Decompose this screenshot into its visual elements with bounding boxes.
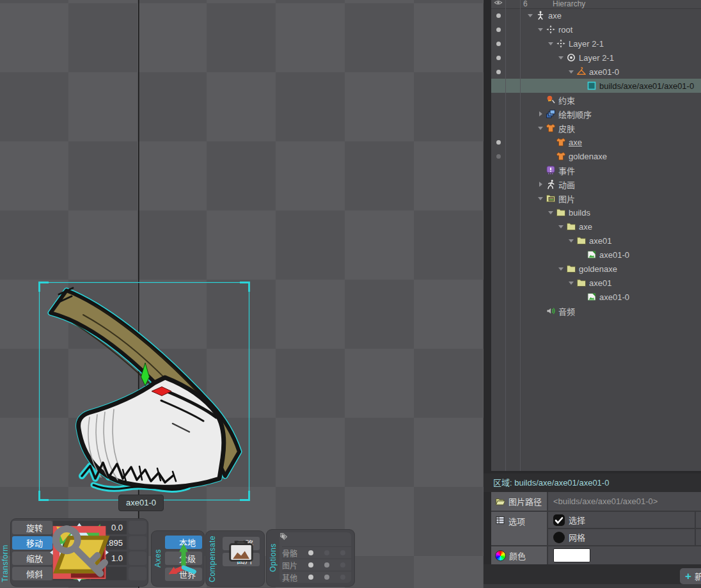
hierarchy-row[interactable]: builds [491, 205, 701, 219]
hierarchy-row[interactable]: 约束 [491, 93, 701, 107]
folder-icon [566, 264, 576, 274]
options-tab-label[interactable]: Options [269, 532, 278, 584]
arrow-spacer [537, 96, 544, 104]
hierarchy-row[interactable]: 皮肤 [491, 121, 701, 135]
color-swatch[interactable] [553, 548, 590, 562]
hierarchy-row[interactable]: Layer 2-1 [491, 36, 701, 51]
placeholder-icon [576, 67, 587, 77]
hierarchy-row[interactable]: Layer 2-1 [491, 51, 701, 65]
checkbox-checked[interactable] [553, 514, 565, 526]
option-toggle[interactable] [303, 562, 319, 568]
expand-arrow[interactable] [557, 54, 565, 61]
option-dot-mid[interactable] [324, 575, 329, 580]
expand-arrow[interactable] [537, 26, 544, 33]
expand-arrow[interactable] [567, 279, 575, 287]
visibility-cell[interactable] [491, 28, 505, 32]
option-dot-on[interactable] [308, 562, 313, 568]
hierarchy-row[interactable]: axe [491, 219, 701, 234]
option-dot-off[interactable] [340, 562, 345, 568]
keyframe-button[interactable] [129, 567, 146, 580]
hierarchy-row[interactable]: 图片 [491, 191, 701, 205]
hierarchy-row[interactable]: axe01-0 [491, 290, 701, 304]
option-toggle[interactable] [319, 550, 335, 555]
hierarchy-count: 6 [523, 0, 528, 8]
expand-arrow[interactable] [567, 68, 575, 75]
axe-sprite[interactable] [51, 288, 239, 489]
expand-arrow[interactable] [557, 265, 565, 273]
expand-arrow[interactable] [526, 12, 534, 19]
hierarchy-row[interactable]: 动画 [491, 177, 701, 191]
checkbox-unchecked[interactable] [553, 532, 565, 543]
bottom-strip [484, 584, 701, 588]
visibility-dot[interactable] [496, 28, 501, 32]
hierarchy-row[interactable]: axe01-0 [491, 65, 701, 79]
option-dot-on[interactable] [308, 575, 313, 580]
expand-arrow[interactable] [567, 237, 575, 244]
hierarchy-row[interactable]: goldenaxe [491, 262, 701, 276]
expand-arrow[interactable] [537, 180, 544, 188]
hierarchy-row[interactable]: axe01-0 [491, 248, 701, 262]
tree-cell: axe [520, 10, 701, 20]
option-toggle[interactable] [335, 550, 350, 555]
axes-tab-label[interactable]: Axes [154, 534, 162, 584]
hierarchy-row[interactable]: axe01 [491, 276, 701, 290]
visibility-dot[interactable] [496, 140, 501, 145]
editor-root: axe01-0 Transform 旋转0.0移动4.567.895缩放1.01… [0, 0, 701, 588]
option-toggle[interactable] [319, 575, 335, 580]
option-toggle[interactable] [335, 562, 350, 568]
expand-arrow[interactable] [537, 110, 544, 118]
hierarchy-row[interactable]: axe [491, 8, 701, 22]
tree-cell: Layer 2-1 [520, 52, 701, 63]
visibility-cell[interactable] [491, 56, 505, 60]
hierarchy-row[interactable]: 事件 [491, 163, 701, 177]
eye-icon[interactable] [494, 0, 503, 7]
checkbox-label: 选择 [569, 514, 585, 526]
visibility-cell[interactable] [491, 154, 505, 159]
visibility-cell[interactable] [491, 70, 505, 74]
option-dot-off[interactable] [340, 575, 345, 580]
option-dot-mid[interactable] [324, 562, 329, 568]
visibility-cell[interactable] [491, 42, 505, 46]
transform-tab-label[interactable]: Transform [1, 539, 10, 588]
arrow-spacer [578, 82, 585, 90]
visibility-cell[interactable] [491, 13, 505, 18]
visibility-dot[interactable] [496, 56, 501, 60]
hierarchy-row[interactable]: axe01 [491, 234, 701, 248]
chevron-right-icon [539, 182, 542, 187]
tree-cell: goldenaxe [520, 151, 701, 161]
visibility-dot[interactable] [496, 70, 501, 74]
chevron-down-icon [569, 239, 574, 242]
hierarchy-row[interactable]: 音频 [491, 304, 701, 318]
option-dot-on[interactable] [308, 550, 313, 555]
color-label: 颜色 [491, 546, 547, 564]
hierarchy-row[interactable]: goldenaxe [491, 149, 701, 163]
compensate-tab-label[interactable]: Compensate [208, 534, 217, 584]
options-row: 图片 [282, 559, 351, 571]
tree-item-label: 事件 [558, 164, 575, 177]
new-button[interactable]: + 新 [680, 568, 701, 584]
compensate-button[interactable]: 图片 [223, 553, 260, 566]
visibility-dot[interactable] [496, 154, 501, 159]
chevron-down-icon [548, 211, 553, 214]
visibility-dot[interactable] [496, 13, 501, 18]
expand-arrow[interactable] [557, 223, 565, 230]
expand-arrow[interactable] [537, 124, 544, 132]
option-dot-off[interactable] [324, 550, 329, 555]
hierarchy-row[interactable]: 绘制顺序 [491, 107, 701, 121]
visibility-cell[interactable] [491, 140, 505, 145]
hierarchy-row-selected[interactable]: builds/axe/axe01/axe01-0 [491, 79, 701, 93]
viewport[interactable]: axe01-0 Transform 旋转0.0移动4.567.895缩放1.01… [0, 0, 484, 588]
option-dot-off[interactable] [340, 550, 345, 555]
expand-arrow[interactable] [547, 209, 555, 216]
option-toggle[interactable] [335, 575, 350, 580]
image-path-value[interactable]: <builds/axe/axe01/axe01-0> [548, 492, 701, 511]
option-toggle[interactable] [303, 575, 319, 580]
expand-arrow[interactable] [537, 195, 544, 202]
hierarchy-row[interactable]: axe [491, 135, 701, 149]
axes-button[interactable]: 世界 [165, 568, 202, 581]
expand-arrow[interactable] [547, 40, 555, 47]
option-toggle[interactable] [303, 550, 319, 555]
visibility-dot[interactable] [496, 42, 501, 46]
option-toggle[interactable] [319, 562, 335, 568]
hierarchy-row[interactable]: root [491, 22, 701, 36]
